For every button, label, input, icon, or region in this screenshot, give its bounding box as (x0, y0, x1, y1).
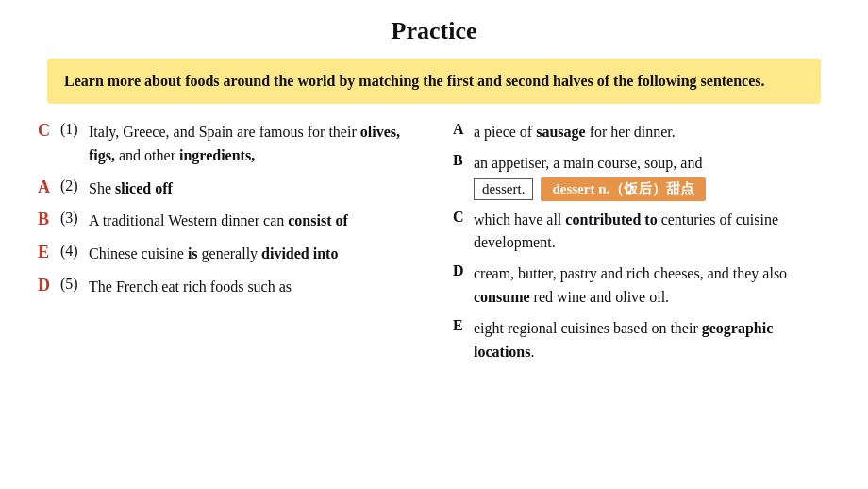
dessert-word-box: dessert. (474, 178, 533, 200)
answer-letter: C (38, 121, 58, 141)
left-sentence-item: B(3)A traditional Western dinner can con… (38, 210, 415, 233)
right-sentence-item: Aa piece of sausage for her dinner. (453, 121, 830, 144)
right-text: an appetiser, a main course, soup, and (474, 155, 702, 171)
sentence-number: (1) (60, 121, 89, 138)
sentence-text: Chinese cuisine is generally divided int… (89, 243, 338, 266)
right-letter: E (453, 317, 470, 334)
sentence-number: (2) (60, 177, 89, 194)
page-title: Practice (28, 17, 840, 45)
right-letter: C (453, 209, 470, 226)
right-text: eight regional cuisines based on their g… (474, 320, 773, 360)
dessert-tooltip: dessert n.（饭后）甜点 (541, 177, 706, 201)
left-sentence-item: D(5)The French eat rich foods such as (38, 276, 415, 299)
main-columns: C(1)Italy, Greece, and Spain are famous … (38, 121, 830, 371)
answer-letter: D (38, 276, 58, 295)
answer-letter: E (38, 243, 58, 262)
sentence-text: Italy, Greece, and Spain are famous for … (89, 121, 415, 168)
right-sentence-item: Eeight regional cuisines based on their … (453, 317, 830, 364)
right-letter: D (453, 262, 470, 279)
right-text: cream, butter, pastry and rich cheeses, … (474, 265, 787, 305)
instruction-box: Learn more about foods around the world … (47, 59, 821, 104)
right-letter: A (453, 121, 470, 138)
left-sentence-item: E(4)Chinese cuisine is generally divided… (38, 243, 415, 266)
sentence-number: (5) (60, 276, 89, 293)
right-text-wrapper: eight regional cuisines based on their g… (474, 317, 830, 364)
dessert-row: dessert.dessert n.（饭后）甜点 (474, 177, 706, 201)
left-sentence-item: A(2)She sliced off (38, 177, 415, 201)
right-text-wrapper: a piece of sausage for her dinner. (474, 121, 676, 144)
right-text-wrapper: cream, butter, pastry and rich cheeses, … (474, 262, 830, 310)
sentence-number: (3) (60, 210, 89, 227)
answer-letter: A (38, 177, 58, 197)
right-letter: B (453, 152, 470, 169)
answer-letter: B (38, 210, 58, 229)
left-column: C(1)Italy, Greece, and Spain are famous … (38, 121, 434, 309)
right-text: which have all contributed to centuries … (474, 211, 778, 251)
right-text-wrapper: an appetiser, a main course, soup, andde… (474, 152, 706, 201)
left-sentence-item: C(1)Italy, Greece, and Spain are famous … (38, 121, 415, 168)
right-column: Aa piece of sausage for her dinner.Ban a… (434, 121, 830, 371)
sentence-text: The French eat rich foods such as (89, 276, 292, 299)
right-text-wrapper: which have all contributed to centuries … (474, 209, 830, 256)
sentence-text: She sliced off (89, 177, 173, 201)
right-sentence-item: Ban appetiser, a main course, soup, andd… (453, 152, 830, 201)
sentence-number: (4) (60, 243, 89, 260)
right-sentence-item: Dcream, butter, pastry and rich cheeses,… (453, 262, 830, 310)
sentence-text: A traditional Western dinner can consist… (89, 210, 348, 233)
right-text: a piece of sausage for her dinner. (474, 124, 676, 140)
right-sentence-item: Cwhich have all contributed to centuries… (453, 209, 830, 256)
